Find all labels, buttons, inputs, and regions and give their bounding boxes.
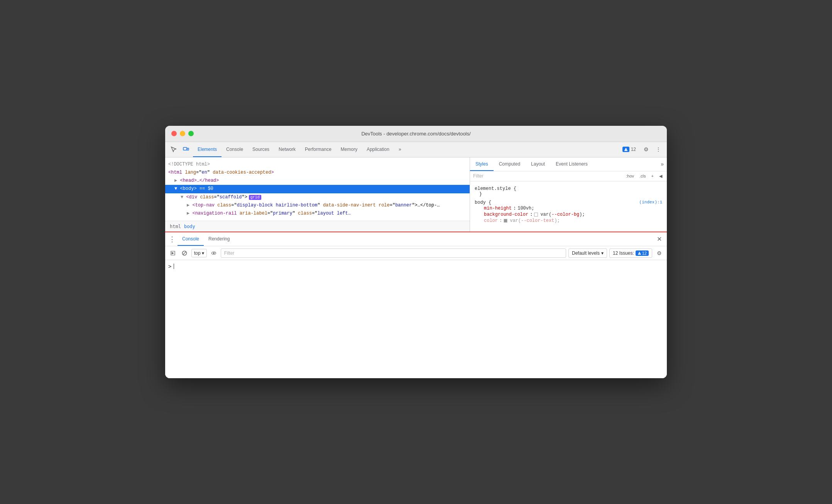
tab-performance[interactable]: Performance — [300, 142, 336, 157]
devtools-main: <!DOCTYPE html> <html lang="en" data-coo… — [165, 157, 667, 232]
console-filter-input[interactable] — [221, 249, 566, 258]
more-options-icon-button[interactable]: ⋮ — [653, 144, 664, 155]
drawer-tabs: Console Rendering — [178, 232, 234, 246]
rule-selector-body[interactable]: body { — [475, 200, 491, 205]
bg-color-swatch[interactable] — [534, 213, 538, 216]
html-tree: <!DOCTYPE html> <html lang="en" data-coo… — [165, 157, 470, 221]
tree-line-div-scaffold[interactable]: ▼ <div class="scaffold">grid — [165, 193, 470, 201]
elements-panel: <!DOCTYPE html> <html lang="en" data-coo… — [165, 157, 470, 232]
tab-elements[interactable]: Elements — [193, 142, 222, 157]
console-settings-icon-button[interactable]: ⚙ — [654, 249, 664, 258]
styles-filter-bar: :hov .cls + ◀ — [470, 171, 667, 181]
window-title: DevTools - developer.chrome.com/docs/dev… — [361, 131, 470, 137]
minimize-button[interactable] — [180, 131, 185, 136]
drawer-close-button[interactable]: ✕ — [654, 235, 664, 244]
maximize-button[interactable] — [188, 131, 194, 136]
tree-line-html[interactable]: <html lang="en" data-cookies-accepted> — [165, 169, 470, 177]
style-prop-background-color: background-color: var(--color-bg); — [475, 211, 662, 218]
tab-sources[interactable]: Sources — [248, 142, 274, 157]
prompt-arrow-icon: > — [168, 263, 171, 269]
tree-line-top-nav[interactable]: ▶ <top-nav class="display-block hairline… — [165, 201, 443, 210]
svg-line-6 — [183, 252, 186, 255]
main-tabs: Elements Console Sources Network Perform… — [193, 142, 618, 157]
tree-line-nav-rail[interactable]: ▶ <navigation-rail aria-label="primary" … — [165, 210, 443, 218]
svg-rect-1 — [187, 148, 189, 150]
context-label: top — [194, 250, 201, 256]
ban-icon-button[interactable] — [180, 249, 189, 258]
styles-filter-input[interactable] — [473, 173, 621, 179]
tab-network[interactable]: Network — [274, 142, 300, 157]
traffic-lights — [171, 131, 194, 136]
svg-point-8 — [213, 252, 215, 254]
style-prop-min-height: min-height: 100vh; — [475, 205, 662, 211]
cursor-icon-button[interactable] — [168, 144, 179, 155]
titlebar: DevTools - developer.chrome.com/docs/dev… — [165, 126, 667, 142]
drawer-tab-console[interactable]: Console — [178, 233, 204, 246]
breadcrumb-body[interactable]: body — [183, 223, 197, 230]
device-toolbar-icon-button[interactable] — [181, 144, 191, 155]
style-prop-color: color: var(--color-text); — [475, 218, 662, 224]
rule-selector-element[interactable]: element.style { — [475, 186, 516, 191]
toolbar-right: i 12 ⚙ ⋮ — [619, 144, 664, 155]
console-issues-button[interactable]: 12 Issues: i 12 — [609, 249, 652, 258]
tab-memory[interactable]: Memory — [336, 142, 362, 157]
devtools-window: DevTools - developer.chrome.com/docs/dev… — [165, 126, 667, 378]
console-content[interactable]: > — [165, 260, 667, 378]
issues-badge-button[interactable]: i 12 — [619, 145, 639, 153]
tab-console[interactable]: Console — [222, 142, 248, 157]
context-selector[interactable]: top ▾ — [191, 249, 207, 257]
clear-console-icon-button[interactable] — [168, 249, 178, 258]
close-button[interactable] — [171, 131, 177, 136]
tab-more[interactable]: » — [394, 142, 406, 157]
styles-content: element.style { } body { (index):1 min-h… — [470, 181, 667, 232]
svg-text:i: i — [626, 149, 626, 151]
console-prompt: > — [168, 263, 664, 269]
default-levels-chevron-icon: ▾ — [601, 250, 604, 256]
context-chevron-icon: ▾ — [202, 250, 204, 256]
tab-layout[interactable]: Layout — [526, 158, 550, 171]
svg-rect-0 — [183, 147, 187, 150]
hide-network-icon-button[interactable] — [209, 249, 218, 258]
drawer-tab-rendering[interactable]: Rendering — [204, 233, 234, 246]
grid-badge[interactable]: grid — [249, 195, 261, 200]
prompt-cursor — [174, 264, 174, 269]
devtools-toolbar: Elements Console Sources Network Perform… — [165, 142, 667, 157]
tab-event-listeners[interactable]: Event Listeners — [550, 158, 593, 171]
tree-line-doctype: <!DOCTYPE html> — [165, 161, 470, 169]
style-rule-element: element.style { } — [470, 184, 667, 198]
styles-panel: Styles Computed Layout Event Listeners »… — [470, 157, 667, 232]
drawer-menu-icon[interactable]: ⋮ — [168, 235, 176, 243]
tab-computed[interactable]: Computed — [494, 158, 526, 171]
svg-marker-4 — [172, 252, 174, 254]
tree-line-head[interactable]: ▶ <head>…</head> — [165, 177, 470, 185]
hover-state-btn[interactable]: :hov — [624, 173, 636, 179]
console-issues-label: 12 Issues: — [613, 250, 634, 256]
default-levels-label: Default levels — [572, 250, 600, 256]
tree-line-body[interactable]: ▼ <body> == $0 — [165, 185, 470, 193]
issues-count: 12 — [631, 147, 636, 152]
toggle-sidebar-btn[interactable]: ◀ — [658, 173, 664, 179]
add-style-btn[interactable]: + — [650, 173, 655, 179]
settings-icon-button[interactable]: ⚙ — [641, 144, 651, 155]
breadcrumb-bar: html body — [165, 221, 470, 232]
tab-application[interactable]: Application — [362, 142, 394, 157]
rule-origin[interactable]: (index):1 — [639, 200, 662, 205]
filter-actions: :hov .cls + ◀ — [624, 173, 664, 179]
styles-tabs-more[interactable]: » — [658, 161, 667, 167]
drawer-toolbar: ⋮ Console Rendering ✕ — [165, 232, 667, 246]
issues-icon: i — [622, 147, 629, 152]
console-toolbar: top ▾ Default levels ▾ 12 Issues: i 12 — [165, 246, 667, 260]
text-color-swatch[interactable] — [504, 219, 507, 223]
tab-styles[interactable]: Styles — [470, 158, 494, 171]
styles-tabs: Styles Computed Layout Event Listeners » — [470, 157, 667, 171]
default-levels-button[interactable]: Default levels ▾ — [568, 249, 607, 258]
style-rule-body: body { (index):1 min-height: 100vh; back… — [470, 198, 667, 225]
console-issues-count: 12 — [642, 251, 647, 255]
breadcrumb-html[interactable]: html — [168, 223, 183, 230]
console-drawer: ⋮ Console Rendering ✕ — [165, 232, 667, 378]
console-issues-badge: i 12 — [636, 250, 649, 256]
cls-btn[interactable]: .cls — [638, 173, 648, 179]
